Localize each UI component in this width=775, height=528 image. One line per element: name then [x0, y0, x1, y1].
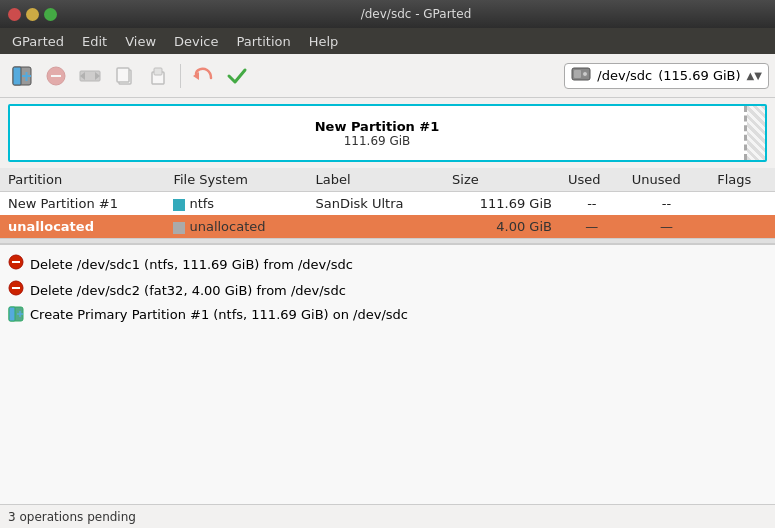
- col-header-label: Label: [307, 168, 444, 192]
- svg-rect-1: [13, 67, 21, 85]
- disk-partition-label: New Partition #1: [315, 119, 440, 134]
- menu-device[interactable]: Device: [166, 32, 226, 51]
- cell-filesystem: ntfs: [165, 192, 307, 216]
- menu-gparted[interactable]: GParted: [4, 32, 72, 51]
- svg-rect-15: [574, 70, 581, 78]
- table-row[interactable]: New Partition #1 ntfs SanDisk Ultra 111.…: [0, 192, 775, 216]
- menu-view[interactable]: View: [117, 32, 164, 51]
- undo-button[interactable]: [187, 60, 219, 92]
- svg-rect-5: [51, 75, 61, 77]
- toolbar: /dev/sdc (115.69 GiB) ▲▼: [0, 54, 775, 98]
- operation-item: Delete /dev/sdc2 (fat32, 4.00 GiB) from …: [8, 277, 767, 303]
- cell-filesystem: unallocated: [165, 215, 307, 238]
- cell-unused: —: [624, 215, 709, 238]
- close-button[interactable]: [8, 8, 21, 21]
- device-icon: [571, 66, 591, 86]
- operation-text: Delete /dev/sdc2 (fat32, 4.00 GiB) from …: [30, 283, 346, 298]
- toolbar-separator-1: [180, 64, 181, 88]
- menu-edit[interactable]: Edit: [74, 32, 115, 51]
- minimize-button[interactable]: [26, 8, 39, 21]
- table-row[interactable]: unallocated unallocated 4.00 GiB — —: [0, 215, 775, 238]
- disk-unallocated-block[interactable]: [747, 106, 765, 160]
- menu-help[interactable]: Help: [301, 32, 347, 51]
- cell-label: SanDisk Ultra: [307, 192, 444, 216]
- window-title: /dev/sdc - GParted: [65, 7, 767, 21]
- new-partition-button[interactable]: [6, 60, 38, 92]
- operation-text: Create Primary Partition #1 (ntfs, 111.6…: [30, 307, 408, 322]
- delete-partition-button[interactable]: [40, 60, 72, 92]
- col-header-used: Used: [560, 168, 624, 192]
- cell-flags: [709, 192, 775, 216]
- cell-partition: New Partition #1: [0, 192, 165, 216]
- partition-table: Partition File System Label Size Used Un…: [0, 168, 775, 238]
- operations-count: 3 operations pending: [8, 510, 136, 524]
- copy-button[interactable]: [108, 60, 140, 92]
- device-path: /dev/sdc: [597, 68, 652, 83]
- operation-item: Create Primary Partition #1 (ntfs, 111.6…: [8, 303, 767, 325]
- device-size: (115.69 GiB): [658, 68, 740, 83]
- cell-used: --: [560, 192, 624, 216]
- disk-partition-block[interactable]: New Partition #1 111.69 GiB: [10, 106, 747, 160]
- svg-rect-18: [12, 261, 20, 263]
- menu-partition[interactable]: Partition: [229, 32, 299, 51]
- device-dropdown-arrow: ▲▼: [747, 70, 762, 81]
- operation-text: Delete /dev/sdc1 (ntfs, 111.69 GiB) from…: [30, 257, 353, 272]
- table-header-row: Partition File System Label Size Used Un…: [0, 168, 775, 192]
- title-bar: /dev/sdc - GParted: [0, 0, 775, 28]
- svg-point-16: [583, 71, 588, 76]
- col-header-unused: Unused: [624, 168, 709, 192]
- paste-button[interactable]: [142, 60, 174, 92]
- maximize-button[interactable]: [44, 8, 57, 21]
- cell-unused: --: [624, 192, 709, 216]
- cell-label: [307, 215, 444, 238]
- disk-visualization[interactable]: New Partition #1 111.69 GiB: [8, 104, 767, 162]
- resize-button[interactable]: [74, 60, 106, 92]
- cell-size: 4.00 GiB: [444, 215, 560, 238]
- cell-size: 111.69 GiB: [444, 192, 560, 216]
- delete-icon: [8, 254, 24, 274]
- menu-bar: GParted Edit View Device Partition Help: [0, 28, 775, 54]
- delete-icon: [8, 280, 24, 300]
- device-selector[interactable]: /dev/sdc (115.69 GiB) ▲▼: [564, 63, 769, 89]
- apply-button[interactable]: [221, 60, 253, 92]
- col-header-size: Size: [444, 168, 560, 192]
- disk-partition-size: 111.69 GiB: [344, 134, 411, 148]
- col-header-partition: Partition: [0, 168, 165, 192]
- svg-rect-10: [117, 68, 129, 82]
- operations-panel: Delete /dev/sdc1 (ntfs, 111.69 GiB) from…: [0, 244, 775, 504]
- create-icon: [8, 306, 24, 322]
- window-controls: [8, 8, 57, 21]
- col-header-filesystem: File System: [165, 168, 307, 192]
- svg-rect-20: [12, 287, 20, 289]
- cell-partition: unallocated: [0, 215, 165, 238]
- operation-item: Delete /dev/sdc1 (ntfs, 111.69 GiB) from…: [8, 251, 767, 277]
- svg-rect-12: [154, 68, 162, 75]
- svg-rect-22: [9, 307, 15, 321]
- col-header-flags: Flags: [709, 168, 775, 192]
- cell-used: —: [560, 215, 624, 238]
- status-bar: 3 operations pending: [0, 504, 775, 528]
- cell-flags: [709, 215, 775, 238]
